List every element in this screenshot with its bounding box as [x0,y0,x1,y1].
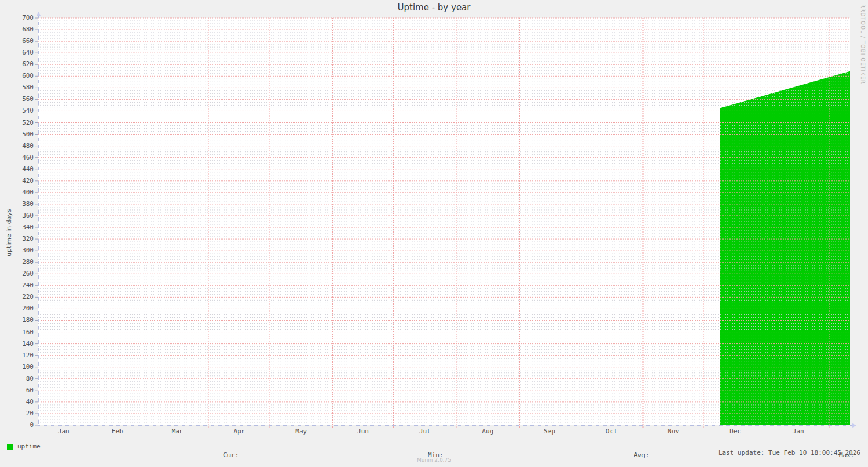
y-tick-label: 300 [0,247,34,255]
x-tick-label: Nov [661,428,687,435]
y-tick-label: 140 [0,340,34,348]
y-tick-label: 480 [0,142,34,150]
y-tick-label: 440 [0,165,34,173]
y-tick-label: 160 [0,328,34,336]
y-tick-label: 360 [0,212,34,220]
y-tick-label: 220 [0,293,34,301]
y-tick-label: 580 [0,84,34,92]
legend-label: uptime [17,443,41,450]
y-tick-label: 660 [0,37,34,45]
last-update: Last update: Tue Feb 10 18:00:45 2026 [718,449,860,457]
y-tick-label: 240 [0,281,34,289]
x-tick-label: Feb [105,428,130,435]
legend: uptime [7,443,41,450]
x-tick-label: Oct [599,428,624,435]
y-tick-label: 200 [0,305,34,313]
y-tick-label: 560 [0,95,34,103]
y-tick-label: 420 [0,177,34,185]
y-tick-label: 500 [0,131,34,139]
y-tick-label: 600 [0,72,34,80]
y-tick-label: 640 [0,49,34,57]
rrdtool-watermark: RRDTOOL / TOBI OETIKER [860,4,866,84]
munin-uptime-graph: Uptime - by year uptime in days 02040608… [0,0,868,467]
y-axis-arrow-icon [37,12,41,16]
y-tick-label: 20 [0,410,34,418]
y-tick-label: 180 [0,316,34,324]
y-tick-label: 120 [0,352,34,360]
x-tick-label: Jun [350,428,376,435]
y-tick-label: 400 [0,189,34,197]
y-tick-label: 460 [0,154,34,162]
x-tick-label: Dec [722,428,748,435]
y-tick-label: 380 [0,200,34,208]
legend-swatch-icon [7,444,13,450]
x-tick-label: Jan [51,428,77,435]
y-tick-label: 40 [0,398,34,406]
x-tick-label: Mar [165,428,190,435]
x-axis-arrow-icon [852,423,856,428]
y-tick-label: 540 [0,107,34,115]
x-tick-label: Aug [475,428,500,435]
y-tick-label: 620 [0,60,34,68]
x-tick-label: Apr [227,428,252,435]
x-tick-label: Sep [537,428,562,435]
y-tick-label: 100 [0,363,34,371]
x-tick-label: Jan [786,428,811,435]
y-tick-label: 0 [0,421,34,429]
y-tick-label: 260 [0,270,34,278]
y-tick-label: 700 [0,14,34,22]
series-area-uptime [720,71,850,425]
chart-canvas [0,0,868,467]
y-tick-label: 520 [0,119,34,127]
x-tick-label: May [288,428,314,435]
y-tick-label: 280 [0,258,34,266]
y-tick-label: 340 [0,223,34,231]
y-tick-label: 60 [0,386,34,394]
y-tick-label: 680 [0,26,34,34]
y-tick-label: 320 [0,235,34,243]
munin-version: Munin 2.0.75 [0,457,868,463]
y-tick-label: 80 [0,375,34,383]
x-tick-label: Jul [412,428,438,435]
